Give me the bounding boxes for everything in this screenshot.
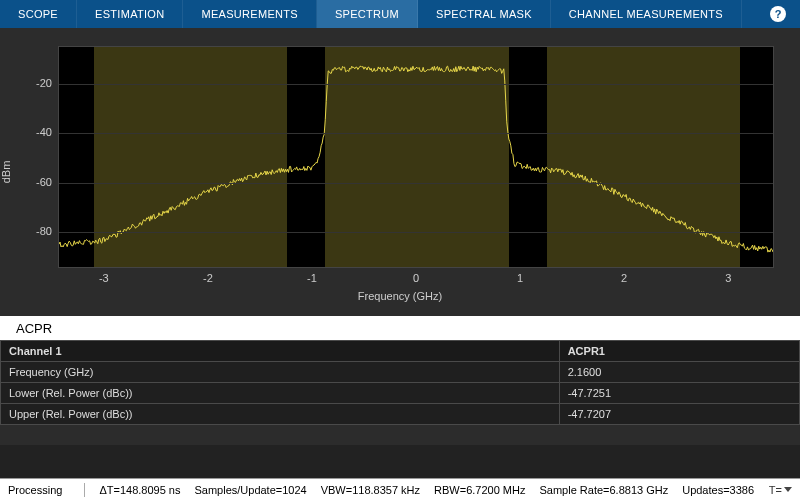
tab-estimation[interactable]: ESTIMATION: [77, 0, 183, 28]
help-icon: ?: [770, 6, 786, 22]
acpr-header-row: Channel 1ACPR1: [1, 341, 800, 362]
spectrum-plot: dBm -20-40-60-80 -3-2-10123 Frequency (G…: [0, 28, 800, 316]
y-tick: -60: [36, 176, 52, 188]
acpr-spacer: [0, 425, 800, 445]
acpr-label: Upper (Rel. Power (dBc)): [1, 404, 560, 425]
status-rbw: RBW=6.7200 MHz: [434, 484, 525, 496]
acpr-title: ACPR: [0, 316, 800, 340]
acpr-label: Frequency (GHz): [1, 362, 560, 383]
acpr-label: Lower (Rel. Power (dBc)): [1, 383, 560, 404]
acpr-col2: ACPR1: [559, 341, 799, 362]
y-tick: -40: [36, 126, 52, 138]
x-tick: 3: [725, 272, 731, 284]
y-ticks: -20-40-60-80: [0, 46, 58, 268]
tab-measurements[interactable]: MEASUREMENTS: [183, 0, 317, 28]
tab-spectral-mask[interactable]: SPECTRAL MASK: [418, 0, 551, 28]
acpr-row: Frequency (GHz)2.1600: [1, 362, 800, 383]
acpr-value: 2.1600: [559, 362, 799, 383]
status-tail[interactable]: T=: [769, 484, 792, 496]
status-sr: Sample Rate=6.8813 GHz: [539, 484, 668, 496]
acpr-col1: Channel 1: [1, 341, 560, 362]
x-tick: -1: [307, 272, 317, 284]
y-tick: -80: [36, 225, 52, 237]
tab-channel-measurements[interactable]: CHANNEL MEASUREMENTS: [551, 0, 742, 28]
status-processing: Processing: [8, 484, 62, 496]
acpr-table: Channel 1ACPR1 Frequency (GHz)2.1600Lowe…: [0, 340, 800, 425]
x-tick: 0: [413, 272, 419, 284]
acpr-row: Upper (Rel. Power (dBc))-47.7207: [1, 404, 800, 425]
status-vbw: VBW=118.8357 kHz: [321, 484, 420, 496]
acpr-value: -47.7251: [559, 383, 799, 404]
help-button[interactable]: ?: [756, 0, 800, 28]
tab-spectrum[interactable]: SPECTRUM: [317, 0, 418, 28]
x-tick: 1: [517, 272, 523, 284]
plot-frame[interactable]: [58, 46, 774, 268]
acpr-row: Lower (Rel. Power (dBc))-47.7251: [1, 383, 800, 404]
status-spu: Samples/Update=1024: [194, 484, 306, 496]
x-axis-label: Frequency (GHz): [0, 290, 800, 302]
tab-scope[interactable]: SCOPE: [0, 0, 77, 28]
acpr-value: -47.7207: [559, 404, 799, 425]
status-bar: Processing ΔT=148.8095 ns Samples/Update…: [0, 478, 800, 500]
x-tick: -2: [203, 272, 213, 284]
x-ticks: -3-2-10123: [58, 270, 774, 288]
spectrum-trace: [59, 47, 773, 267]
tab-bar: SCOPEESTIMATIONMEASUREMENTSSPECTRUMSPECT…: [0, 0, 800, 28]
chevron-down-icon: [784, 487, 792, 492]
x-tick: -3: [99, 272, 109, 284]
y-tick: -20: [36, 77, 52, 89]
x-tick: 2: [621, 272, 627, 284]
status-dt: ΔT=148.8095 ns: [99, 484, 180, 496]
status-upd: Updates=3386: [682, 484, 754, 496]
